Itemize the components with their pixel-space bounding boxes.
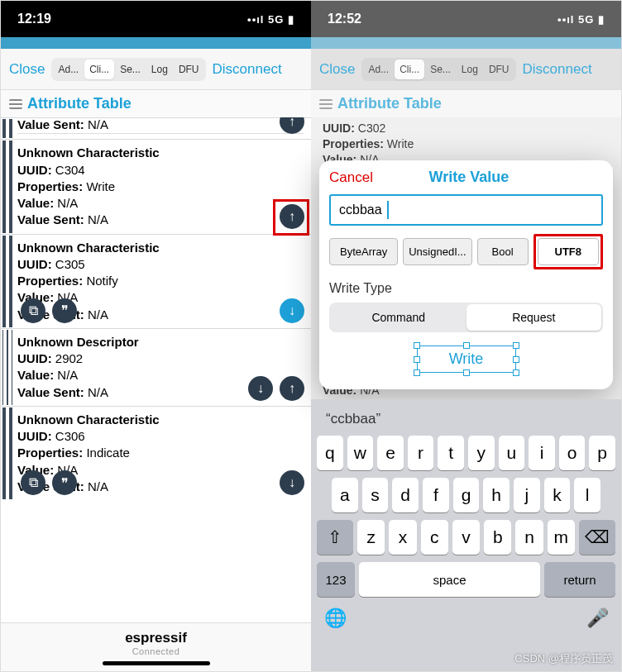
shift-key[interactable]: ⇧ [317, 520, 353, 555]
tab-advertise[interactable]: Ad... [363, 60, 394, 79]
status-time: 12:19 [17, 12, 247, 26]
tab-log[interactable]: Log [457, 60, 483, 79]
status-time: 12:52 [328, 12, 557, 26]
phone-right: 12:52 ••ıl 5G ▮ Close Ad... Cli... Se...… [311, 1, 621, 671]
key-r[interactable]: r [408, 436, 434, 470]
download-icon[interactable]: ↓ [280, 298, 304, 323]
copy-icon[interactable]: ⧉ [21, 470, 45, 495]
key-m[interactable]: m [548, 520, 575, 555]
key-g[interactable]: g [453, 478, 480, 512]
table-row[interactable]: Unknown Characteristic UUID: C304 Proper… [1, 139, 311, 233]
quote-icon[interactable]: ❞ [52, 298, 77, 323]
key-b[interactable]: b [484, 520, 511, 555]
upload-icon[interactable]: ↑ [280, 376, 304, 401]
table-row[interactable]: Unknown Characteristic UUID: C306 Proper… [1, 406, 311, 500]
format-bytearray[interactable]: ByteArray [329, 238, 398, 265]
download-icon[interactable]: ↓ [248, 376, 273, 401]
tab-advertise[interactable]: Ad... [53, 60, 84, 79]
return-key[interactable]: return [544, 562, 615, 597]
copy-icon[interactable]: ⧉ [21, 298, 45, 323]
key-x[interactable]: x [389, 520, 416, 555]
download-icon[interactable]: ↓ [280, 470, 304, 495]
key-v[interactable]: v [452, 520, 480, 555]
space-key[interactable]: space [359, 562, 540, 597]
key-d[interactable]: d [392, 478, 419, 512]
write-type-label: Write Type [329, 281, 603, 296]
key-j[interactable]: j [514, 478, 540, 512]
backspace-key[interactable]: ⌫ [579, 520, 615, 555]
key-p[interactable]: p [589, 436, 615, 470]
mic-key[interactable]: 🎤 [579, 601, 615, 636]
status-signal: ••ıl 5G ▮ [557, 13, 605, 26]
tab-dfu[interactable]: DFU [174, 60, 204, 79]
write-value-modal: Cancel Write Value ccbbaa ByteArray Unsi… [319, 160, 613, 389]
tab-server[interactable]: Se... [425, 60, 456, 79]
key-i[interactable]: i [529, 436, 555, 470]
attribute-table-title: Attribute Table [337, 95, 442, 112]
key-n[interactable]: n [515, 520, 543, 555]
upload-icon[interactable]: ↑ [280, 204, 304, 229]
key-row-bottom: 🌐 🎤 [317, 601, 615, 636]
key-z[interactable]: z [357, 520, 385, 555]
key-c[interactable]: c [421, 520, 448, 555]
write-type-segment[interactable]: Command Request [329, 303, 603, 332]
home-indicator[interactable] [103, 661, 210, 665]
keyboard: “ccbbaa” q w e r t y u i o p a s d f g h… [311, 399, 621, 671]
nav-header: Close Ad... Cli... Se... Log DFU Disconn… [1, 49, 311, 90]
menu-icon [9, 99, 22, 109]
key-u[interactable]: u [499, 436, 525, 470]
key-a[interactable]: a [332, 478, 358, 512]
tab-segment[interactable]: Ad... Cli... Se... Log DFU [361, 58, 515, 81]
tab-client[interactable]: Cli... [84, 60, 114, 79]
key-k[interactable]: k [544, 478, 571, 512]
write-type-request[interactable]: Request [466, 304, 602, 331]
close-button[interactable]: Close [6, 58, 48, 81]
disconnect-button[interactable]: Disconnect [519, 58, 596, 81]
globe-key[interactable]: 🌐 [317, 601, 353, 636]
close-button[interactable]: Close [316, 58, 358, 81]
table-row[interactable]: Unknown Characteristic UUID: C305 Proper… [1, 234, 311, 328]
key-s[interactable]: s [362, 478, 389, 512]
format-bool[interactable]: Bool [477, 238, 529, 265]
write-type-command[interactable]: Command [331, 304, 466, 331]
table-row[interactable]: Value Sent: N/A ↑ [1, 117, 311, 139]
format-utf8[interactable]: UTF8 [538, 238, 600, 265]
status-signal: ••ıl 5G ▮ [247, 13, 294, 26]
tab-server[interactable]: Se... [115, 60, 146, 79]
key-row-2: a s d f g h j k l [317, 478, 615, 512]
device-name: espressif [1, 630, 311, 646]
value-input[interactable]: ccbbaa [329, 194, 603, 226]
nav-header: Close Ad... Cli... Se... Log DFU Disconn… [311, 49, 621, 90]
key-row-3: ⇧ z x c v b n m ⌫ [317, 520, 615, 555]
key-y[interactable]: y [468, 436, 495, 470]
phone-left: 12:19 ••ıl 5G ▮ Close Ad... Cli... Se...… [1, 1, 311, 671]
key-t[interactable]: t [438, 436, 464, 470]
top-band [1, 37, 311, 49]
attribute-table-header[interactable]: Attribute Table [311, 90, 621, 117]
key-l[interactable]: l [574, 478, 600, 512]
tab-segment[interactable]: Ad... Cli... Se... Log DFU [51, 58, 205, 81]
tab-dfu[interactable]: DFU [484, 60, 514, 79]
key-w[interactable]: w [347, 436, 374, 470]
key-q[interactable]: q [317, 436, 343, 470]
menu-icon [319, 99, 333, 109]
key-o[interactable]: o [559, 436, 586, 470]
upload-icon[interactable]: ↑ [280, 117, 304, 134]
attribute-table-title: Attribute Table [27, 95, 132, 112]
table-row[interactable]: Unknown Descriptor UUID: 2902 Value: N/A… [1, 328, 311, 406]
key-e[interactable]: e [377, 436, 404, 470]
disconnect-button[interactable]: Disconnect [209, 58, 285, 81]
keyboard-suggestion[interactable]: “ccbbaa” [314, 404, 618, 436]
key-f[interactable]: f [423, 478, 449, 512]
highlight-box: UTF8 [533, 234, 604, 269]
quote-icon[interactable]: ❞ [52, 470, 77, 495]
attribute-table-header[interactable]: Attribute Table [1, 90, 311, 117]
numeric-key[interactable]: 123 [317, 562, 355, 597]
key-row-1: q w e r t y u i o p [317, 436, 615, 470]
characteristic-list: Value Sent: N/A ↑ Unknown Characteristic… [1, 117, 311, 622]
tab-client[interactable]: Cli... [395, 60, 424, 79]
tab-log[interactable]: Log [146, 60, 173, 79]
format-unsigned[interactable]: UnsignedI... [403, 238, 471, 265]
key-h[interactable]: h [483, 478, 510, 512]
watermark: CSDN @程序员正茂 [514, 651, 613, 666]
